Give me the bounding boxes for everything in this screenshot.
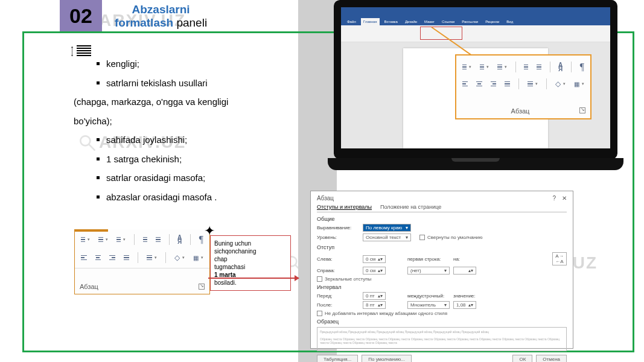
paragraph-panel-zoom: ▾ ▾ ▾ АЯ ¶ ▾ ◇▾ ▦▾ Абзац [455,54,591,119]
ok-button[interactable]: ОК [512,355,532,362]
click-sparkle-icon: ✦ [204,224,215,238]
decrease-indent-icon [143,235,147,244]
list-item: abzaslar orasidagi masofa . [97,188,291,207]
align-right-icon [109,253,115,262]
dialog-launcher-icon[interactable] [579,107,585,113]
shading-icon: ◇ [174,253,180,262]
right-indent-spin[interactable]: 0 см▴▾ [363,267,386,275]
section-spacing-label: Интервал [317,284,567,290]
arrow-to-dialog [208,278,299,279]
dialog-tab-position[interactable]: Положение на странице [380,204,441,210]
section-preview-label: Образец [317,319,567,325]
dialog-title: Абзац [317,195,334,202]
pilcrow-icon: ¶ [580,62,584,72]
justify-icon [124,253,130,262]
multilevel-list-icon [116,235,121,244]
borders-icon: ▦ [574,81,579,87]
paragraph-panel-thumbnail: ▾ ▾ ▾ АЯ ¶ ▾ ◇▾ ▦▾ Абзац [74,229,210,294]
section-indent-label: Отступ [317,244,567,250]
collapsed-checkbox[interactable] [419,235,425,240]
align-center-icon [476,80,482,88]
section-general-label: Общие [317,216,567,222]
cancel-button[interactable]: Отмена [536,355,567,362]
list-item: (chapga, markazga, o'ngga va kengligi [74,92,291,112]
sort-icon: АЯ [558,63,563,71]
paragraph-dialog: Абзац ? ✕ Отступы и интервалы Положение … [310,191,573,349]
word-ribbon-tab: Вид [504,18,515,25]
word-ribbon-tab: Ссылки [439,18,457,25]
left-indent-label: Слева: [317,256,359,262]
help-icon[interactable]: ? [552,195,556,202]
increase-indent-icon [537,63,541,71]
tabs-button[interactable]: Табуляция... [317,355,358,362]
increase-indent-icon [156,235,160,244]
panel-group-label: Абзац [511,107,530,115]
numbering-icon [480,63,484,71]
word-ribbon-tab: Рецензи [483,18,502,25]
spacing-value-spin[interactable]: 1,08▴▾ [453,301,476,309]
word-ribbon-tab: Файл [345,18,359,25]
justify-icon [505,80,510,88]
line-spacing-label: междустрочный: [407,293,450,299]
dialog-tab-indents[interactable]: Отступы и интервалы [317,204,372,210]
list-item: sahifada joylashishi; [97,130,291,150]
before-spin[interactable]: 0 пт▴▾ [363,292,386,300]
word-ribbon-tab: Макет [422,18,437,25]
after-spin[interactable]: 8 пт▴▾ [363,301,386,309]
list-item: satrlar orasidagi masofa; [97,168,291,188]
word-ribbon-tools [341,25,610,42]
page-title: Abzaslarni formatlash paneli [115,3,207,30]
close-icon[interactable]: ✕ [562,195,567,202]
align-right-icon [491,80,496,88]
align-left-icon [462,80,468,88]
before-label: Перед: [317,293,359,299]
word-titlebar: ФайлГлавнаяВставкаДизайнМакетСсылкиРассы… [341,7,610,25]
level-label: Уровень: [317,235,359,240]
first-line-value-spin[interactable]: ▴▾ [453,267,476,275]
line-spacing-dropdown-icon [528,80,533,88]
numbering-icon [98,235,103,244]
word-ribbon-tab: Вставка [382,18,400,25]
list-item: kengligi; [97,54,291,74]
bullet-list: kengligi;satrlarni tekislash usullari(ch… [74,54,291,206]
list-item: bo'yicha); [74,112,291,131]
alignment-select[interactable]: По левому краю▾ [363,224,411,232]
bullets-icon [462,63,467,71]
dialog-launcher-icon[interactable] [199,284,205,290]
instruction-note: Buning uchun sichqonchaning chap tugmach… [210,235,291,291]
word-ribbon-tab: Главная [361,18,380,25]
after-label: После: [317,302,359,308]
line-spacing-select[interactable]: Множитель▾ [407,301,450,309]
line-spacing-dropdown-icon [147,253,153,262]
multilevel-list-icon [497,63,502,71]
alignment-label: Выравнивание: [317,225,359,230]
no-add-space-checkbox[interactable] [317,311,322,316]
decrease-indent-icon [524,63,528,71]
align-center-icon [95,253,101,262]
bullets-icon [81,235,85,244]
pilcrow-icon: ¶ [199,234,203,245]
page-number-badge: 02 [60,0,102,31]
word-ribbon-tab: Рассылки [459,18,480,25]
shading-icon: ◇ [555,80,561,88]
dialog-preview: Предыдущий абзац Предыдущий абзац Предыд… [317,327,567,351]
list-item: 1 satrga chekinish; [97,150,291,169]
level-select[interactable]: Основной текст▾ [363,233,411,241]
default-button[interactable]: По умолчанию... [362,355,412,362]
word-ribbon-tab: Дизайн [403,18,419,25]
sort-icon: АЯ [177,235,182,244]
first-line-label: первая строка: [407,256,450,262]
borders-icon: ▦ [193,255,199,261]
first-on-label: на: [453,256,465,262]
spacing-value-label: значение: [453,293,480,299]
right-indent-label: Справа: [317,268,359,273]
mirror-indent-checkbox[interactable] [317,276,322,282]
panel-group-label: Абзац [80,283,98,290]
mirror-indent-icon: A→←A [552,252,567,265]
list-item: satrlarni tekislash usullari [97,74,291,93]
align-left-icon [81,253,87,262]
left-indent-spin[interactable]: 0 см▴▾ [363,255,386,263]
first-line-select[interactable]: (нет)▾ [407,267,450,275]
